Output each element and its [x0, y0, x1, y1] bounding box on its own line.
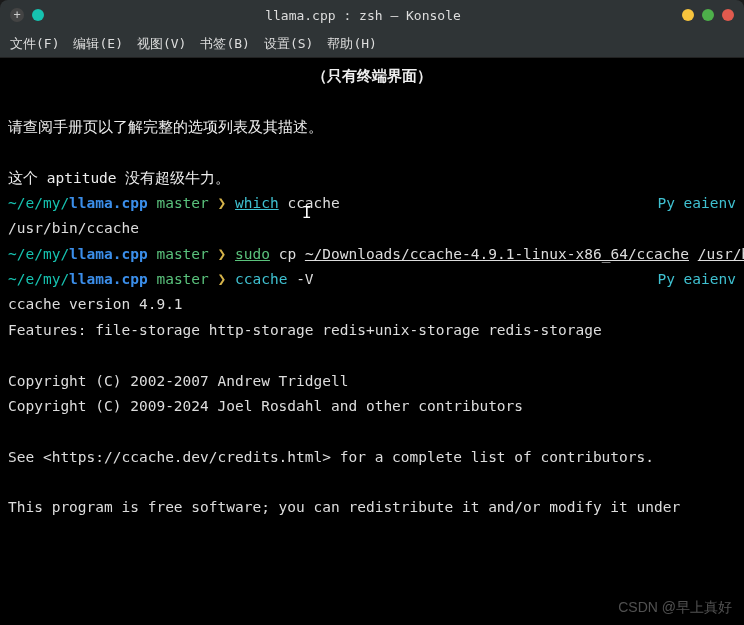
maximize-button[interactable]: [702, 9, 714, 21]
output-line: Copyright (C) 2009-2024 Joel Rosdahl and…: [8, 394, 736, 419]
menu-edit[interactable]: 编辑(E): [73, 35, 122, 53]
heading-text: （只有终端界面）: [8, 64, 736, 89]
menu-view[interactable]: 视图(V): [137, 35, 186, 53]
output-line: Features: file-storage http-storage redi…: [8, 318, 736, 343]
minimize-button[interactable]: [682, 9, 694, 21]
venv-indicator: Py eaienv: [657, 267, 736, 292]
window-title: llama.cpp : zsh — Konsole: [44, 8, 682, 23]
output-line: This program is free software; you can r…: [8, 495, 736, 520]
venv-indicator: Py eaienv: [657, 191, 736, 216]
terminal[interactable]: （只有终端界面） 请查阅手册页以了解完整的选项列表及其描述。 这个 aptitu…: [0, 58, 744, 625]
menu-help[interactable]: 帮助(H): [327, 35, 376, 53]
output-line: 这个 aptitude 没有超级牛力。: [8, 166, 736, 191]
output-line: 请查阅手册页以了解完整的选项列表及其描述。: [8, 115, 736, 140]
menubar: 文件(F) 编辑(E) 视图(V) 书签(B) 设置(S) 帮助(H): [0, 30, 744, 58]
output-line: See <https://ccache.dev/credits.html> fo…: [8, 445, 736, 470]
new-tab-button[interactable]: +: [10, 8, 24, 22]
prompt-line-3: ~/e/my/llama.cpp master ❯ ccache -V Py e…: [8, 267, 736, 292]
output-line: ccache version 4.9.1: [8, 292, 736, 317]
output-line: /usr/bin/ccache: [8, 216, 736, 241]
close-button[interactable]: [722, 9, 734, 21]
menu-bookmarks[interactable]: 书签(B): [200, 35, 249, 53]
menu-settings[interactable]: 设置(S): [264, 35, 313, 53]
active-tab-dot: [32, 9, 44, 21]
menu-file[interactable]: 文件(F): [10, 35, 59, 53]
prompt-line-2: ~/e/my/llama.cpp master ❯ sudo cp ~/Down…: [8, 242, 736, 267]
output-line: Copyright (C) 2002-2007 Andrew Tridgell: [8, 369, 736, 394]
prompt-line-1: ~/e/my/llama.cpp master ❯ which ccache P…: [8, 191, 736, 216]
titlebar: + llama.cpp : zsh — Konsole: [0, 0, 744, 30]
watermark: CSDN @早上真好: [618, 595, 732, 620]
